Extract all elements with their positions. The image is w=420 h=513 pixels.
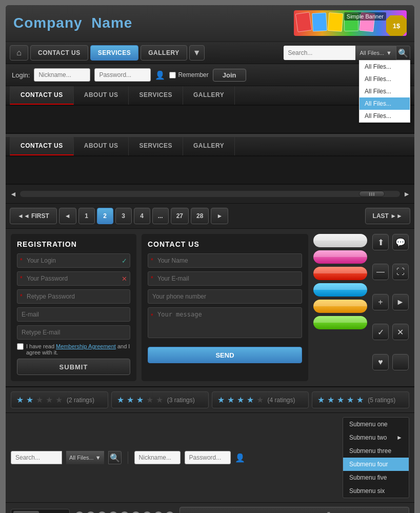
slider-thumb[interactable] — [13, 511, 39, 513]
agreement-checkbox[interactable] — [17, 343, 24, 350]
password-input[interactable] — [94, 68, 151, 82]
remember-checkbox[interactable] — [169, 72, 176, 78]
content-area-2 — [6, 156, 414, 185]
login-field: * ✓ — [17, 253, 130, 268]
forward-icon-btn[interactable]: ► — [392, 294, 409, 310]
rating-4: ★ ★ ★ ★ ★ (4 ratings) — [212, 391, 309, 408]
scroll-right[interactable]: ► — [403, 190, 410, 198]
nav-gallery[interactable]: GALLERY — [141, 45, 187, 61]
submenu-item-1[interactable]: Submenu one — [343, 418, 409, 431]
tools-password-input[interactable] — [185, 451, 231, 464]
btn-blue[interactable] — [313, 283, 367, 297]
upload-icon-btn[interactable]: ⬆ — [372, 234, 389, 250]
page-next[interactable]: ► — [211, 208, 228, 224]
remember-label: Remember — [178, 71, 208, 78]
expand-icon-btn[interactable]: ⛶ — [392, 264, 409, 280]
download-button[interactable]: DOWNLOAD NOW ⬇ — [179, 507, 409, 513]
email-input[interactable] — [17, 307, 130, 322]
message-textarea[interactable] — [148, 307, 302, 338]
btn-white[interactable] — [313, 234, 367, 247]
page-last[interactable]: LAST ►► — [365, 208, 410, 224]
plus-icon-btn[interactable]: + — [372, 294, 389, 310]
retype-email-input[interactable] — [17, 325, 130, 340]
dropdown-item-2[interactable]: All Files... — [359, 73, 410, 85]
star-empty: ★ — [156, 395, 163, 405]
chat-icon-btn[interactable]: 💬 — [392, 234, 409, 250]
nav-contact-us[interactable]: CONTACT US — [30, 45, 88, 61]
tab-gallery-2[interactable]: GALLERY — [183, 137, 235, 155]
submenu-item-4[interactable]: Submenu four — [343, 458, 409, 471]
rating-label: (2 ratings) — [67, 397, 94, 404]
tab-services-1[interactable]: SERVICES — [129, 86, 183, 105]
required-star-email: * — [151, 275, 153, 282]
submenu-item-2[interactable]: Submenu two ► — [343, 431, 409, 444]
scrollbar-row: ◄ ► — [6, 185, 414, 204]
your-email-input[interactable] — [148, 271, 302, 286]
btn-pink[interactable] — [313, 250, 367, 264]
search-button[interactable]: 🔍 — [396, 46, 410, 60]
scroll-track[interactable] — [20, 191, 400, 197]
minus-icon-btn[interactable]: — — [372, 264, 389, 280]
btn-red[interactable] — [313, 267, 367, 280]
join-button[interactable]: Join — [213, 69, 246, 82]
tab-contact-us-1[interactable]: CONTACT US — [10, 86, 74, 105]
page-1[interactable]: 1 — [78, 208, 95, 224]
tab-about-us-1[interactable]: ABOUT US — [74, 86, 129, 105]
page-2[interactable]: 2 — [97, 208, 113, 224]
tools-search-button[interactable]: 🔍 — [108, 451, 122, 464]
scroll-thumb[interactable] — [359, 191, 385, 197]
heart-icon-btn[interactable]: ♥ — [372, 354, 389, 370]
page-3[interactable]: 3 — [115, 208, 132, 224]
registration-form: REGISTRATION * ✓ * ✕ * — [11, 234, 136, 381]
photo-card — [312, 12, 327, 31]
extra-icon-btn[interactable] — [392, 354, 409, 370]
check-icon-btn[interactable]: ✓ — [372, 324, 389, 340]
submenu: Submenu one Submenu two ► Submenu three … — [343, 417, 409, 498]
submenu-item-3[interactable]: Submenu three — [343, 444, 409, 458]
scroll-left[interactable]: ◄ — [10, 190, 17, 198]
tools-select[interactable]: All Files... ▼ — [66, 451, 104, 464]
search-select[interactable]: All Files... ▼ — [355, 46, 396, 60]
tools-search-input[interactable] — [11, 451, 62, 464]
tools-nickname-input[interactable] — [134, 451, 181, 464]
page-prev[interactable]: ◄ — [59, 208, 76, 224]
home-button[interactable]: ⌂ — [10, 45, 28, 61]
tab-services-2[interactable]: SERVICES — [129, 137, 183, 155]
tab-contact-us-2[interactable]: CONTACT Us — [10, 137, 74, 155]
nickname-input[interactable] — [34, 68, 90, 82]
your-login-input[interactable] — [17, 253, 130, 268]
membership-link[interactable]: Membership Agreement — [56, 343, 116, 349]
nav-services[interactable]: SERVICES — [90, 45, 138, 61]
your-password-input[interactable] — [17, 271, 130, 286]
slider-control[interactable] — [11, 509, 70, 513]
ratings-row: ★ ★ ★ ★ ★ (2 ratings) ★ ★ ★ ★ ★ (3 ratin… — [6, 386, 414, 412]
dropdown-item-5[interactable]: All Files... — [359, 110, 410, 122]
submenu-item-6[interactable]: Submenu six — [343, 484, 409, 498]
rating-2: ★ ★ ★ ★ ★ (2 ratings) — [11, 391, 108, 408]
dropdown-item-4[interactable]: All Files... — [359, 97, 410, 110]
banner: Simple Banner 1$ — [294, 10, 407, 36]
submenu-label-4: Submenu four — [349, 461, 388, 468]
retype-password-input[interactable] — [17, 289, 130, 304]
download-row: DOWNLOAD NOW ⬇ — [6, 502, 414, 513]
page-ellipsis[interactable]: ... — [152, 208, 169, 224]
submit-button[interactable]: SUBMIT — [17, 359, 130, 375]
btn-orange[interactable] — [313, 300, 367, 313]
tab-about-us-2[interactable]: ABOUT US — [74, 137, 129, 155]
page-27[interactable]: 27 — [171, 208, 189, 224]
btn-green[interactable] — [313, 316, 367, 329]
dropdown-item-3[interactable]: All Files... — [359, 85, 410, 97]
page-4[interactable]: 4 — [134, 208, 150, 224]
dropdown-item-1[interactable]: All Files... — [359, 61, 410, 73]
send-button[interactable]: SEND — [148, 347, 302, 363]
search-input[interactable] — [284, 46, 355, 60]
phone-input[interactable] — [148, 289, 302, 304]
nav-dropdown-toggle[interactable]: ▼ — [189, 45, 205, 61]
tab-gallery-1[interactable]: GALLERY — [183, 86, 235, 105]
submenu-item-5[interactable]: Submenu five — [343, 471, 409, 484]
page-28[interactable]: 28 — [191, 208, 209, 224]
page-first[interactable]: ◄◄ FIRST — [10, 208, 57, 224]
close-icon-btn[interactable]: ✕ — [392, 324, 409, 340]
your-name-input[interactable] — [148, 253, 302, 268]
star: ★ — [337, 395, 344, 405]
